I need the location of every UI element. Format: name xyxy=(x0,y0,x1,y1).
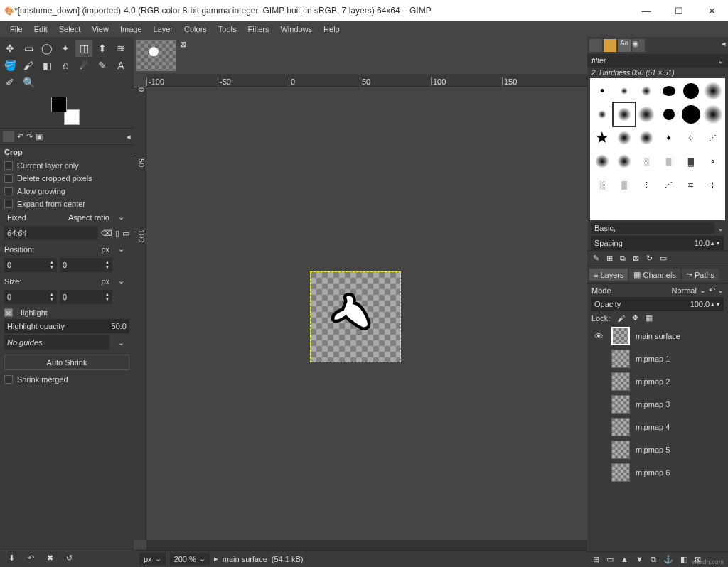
undo-tab-icon[interactable]: ↶ xyxy=(17,132,23,141)
chevron-down-icon[interactable]: ⌄ xyxy=(700,286,706,295)
reset-icon[interactable]: ↺ xyxy=(66,554,73,563)
dock-menu-icon[interactable]: ◂ xyxy=(127,132,131,141)
text-tool-icon[interactable]: A xyxy=(112,57,129,74)
highlight-checkbox[interactable]: ✕ xyxy=(4,308,13,317)
zoom-tool-icon[interactable]: 🔍 xyxy=(20,74,37,91)
brush-item[interactable]: ▒ xyxy=(658,150,679,173)
shrink-merged-checkbox[interactable] xyxy=(4,375,13,384)
image-tab-thumbnail[interactable] xyxy=(136,40,176,71)
brush-filter-input[interactable]: filter⌄ xyxy=(587,54,728,68)
size-w-input[interactable]: 0▲▼ xyxy=(4,290,57,304)
delete-preset-icon[interactable]: ✖ xyxy=(47,554,53,563)
smudge-tool-icon[interactable]: ☄ xyxy=(75,57,92,74)
spacing-slider[interactable]: Spacing10.0 ▲▼ xyxy=(592,236,724,250)
crop-tool-icon[interactable]: ◫ xyxy=(75,40,92,57)
menu-help[interactable]: Help xyxy=(318,25,346,33)
layer-row[interactable]: mipmap 1 xyxy=(587,347,728,370)
brush-item[interactable]: ░ xyxy=(636,150,657,173)
tab-layers[interactable]: ≡ Layers xyxy=(589,269,628,281)
position-unit[interactable]: px xyxy=(101,245,109,254)
mode-reset-icon[interactable]: ↶ ⌄ xyxy=(709,286,724,295)
new-layer-icon[interactable]: ⊞ xyxy=(593,555,599,564)
brush-item[interactable] xyxy=(636,126,657,149)
brush-item[interactable]: ░ xyxy=(592,173,613,196)
menu-layer[interactable]: Layer xyxy=(148,25,179,33)
minimize-button[interactable]: — xyxy=(630,0,663,21)
image-content[interactable] xyxy=(310,271,401,362)
brush-item[interactable] xyxy=(636,103,657,126)
brush-item[interactable]: ≋ xyxy=(680,173,702,196)
canvas[interactable] xyxy=(146,87,587,540)
menu-edit[interactable]: Edit xyxy=(28,25,53,33)
layer-name[interactable]: mipmap 4 xyxy=(636,423,670,431)
expand-center-checkbox[interactable] xyxy=(4,200,13,208)
opacity-slider[interactable]: Opacity100.0 ▲▼ xyxy=(592,297,724,311)
horizontal-scrollbar[interactable] xyxy=(146,540,587,550)
ratio-input[interactable]: 64:64 xyxy=(4,226,98,240)
brush-item[interactable]: ⚬ xyxy=(702,150,724,173)
menu-select[interactable]: Select xyxy=(53,25,87,33)
rect-select-tool-icon[interactable]: ▭ xyxy=(20,40,37,57)
highlight-opacity-slider[interactable]: Highlight opacity50.0 xyxy=(4,319,129,333)
chevron-down-icon[interactable]: ⌄ xyxy=(112,276,129,286)
raise-layer-icon[interactable]: ▲ xyxy=(621,555,628,564)
current-layer-checkbox[interactable] xyxy=(4,161,13,170)
aspect-dropdown[interactable]: Aspect ratio xyxy=(68,213,109,222)
menu-view[interactable]: View xyxy=(86,25,114,33)
brush-item[interactable] xyxy=(658,103,679,126)
layer-group-icon[interactable]: ▭ xyxy=(606,555,614,564)
horizontal-ruler[interactable]: -100-50050100150 xyxy=(146,74,587,87)
brush-item[interactable] xyxy=(702,103,724,126)
brush-item[interactable] xyxy=(614,80,635,102)
chevron-down-icon[interactable]: ⌄ xyxy=(717,224,724,233)
menu-colors[interactable]: Colors xyxy=(178,25,213,33)
brush-item[interactable] xyxy=(680,80,702,102)
fuzzy-select-tool-icon[interactable]: ✦ xyxy=(57,40,74,57)
clear-icon[interactable]: ⌫ xyxy=(101,229,112,238)
lock-pixels-icon[interactable]: 🖌 xyxy=(617,314,625,323)
menu-file[interactable]: File xyxy=(4,25,28,33)
chevron-down-icon[interactable]: ⌄ xyxy=(112,338,129,347)
chevron-down-icon[interactable]: ⌄ xyxy=(112,212,129,222)
brush-item[interactable]: ⊹ xyxy=(702,173,724,196)
layer-name[interactable]: mipmap 5 xyxy=(636,446,670,454)
lower-layer-icon[interactable]: ▼ xyxy=(636,555,643,564)
fonts-tab-icon[interactable]: Aa xyxy=(618,39,631,52)
size-unit[interactable]: px xyxy=(101,277,109,286)
nav-icon[interactable]: ▸ xyxy=(214,554,218,563)
brush-item[interactable]: ⋮ xyxy=(636,173,657,196)
lock-position-icon[interactable]: ✥ xyxy=(632,313,638,323)
brush-item[interactable] xyxy=(702,80,724,102)
landscape-icon[interactable]: ▭ xyxy=(122,229,129,238)
images-tab-icon[interactable]: ▣ xyxy=(36,132,43,141)
layer-name[interactable]: mipmap 3 xyxy=(636,400,670,409)
layer-row[interactable]: mipmap 4 xyxy=(587,416,728,438)
layer-row[interactable]: mipmap 2 xyxy=(587,370,728,393)
brush-item[interactable]: ✦ xyxy=(658,126,679,149)
restore-preset-icon[interactable]: ↶ xyxy=(28,554,34,563)
tab-paths[interactable]: ⤳ Paths xyxy=(682,269,719,281)
patterns-tab-icon[interactable] xyxy=(604,39,616,52)
pos-y-input[interactable]: 0▲▼ xyxy=(60,258,112,272)
redo-tab-icon[interactable]: ↷ xyxy=(26,132,33,141)
duplicate-layer-icon[interactable]: ⧉ xyxy=(651,555,656,564)
brush-tool-icon[interactable]: 🖌 xyxy=(20,57,37,74)
auto-shrink-button[interactable]: Auto Shrink xyxy=(4,355,129,370)
brushes-tab-icon[interactable] xyxy=(589,39,602,52)
layer-row[interactable]: mipmap 3 xyxy=(587,393,728,416)
menu-windows[interactable]: Windows xyxy=(274,25,318,33)
guides-dropdown[interactable]: No guides xyxy=(4,335,109,350)
tool-options-tab-icon[interactable] xyxy=(3,131,14,142)
mode-dropdown[interactable]: Normal xyxy=(671,286,696,295)
move-tool-icon[interactable]: ✥ xyxy=(1,40,18,57)
free-select-tool-icon[interactable]: ◯ xyxy=(38,40,55,57)
refresh-brush-icon[interactable]: ↻ xyxy=(646,254,653,263)
close-tab-icon[interactable]: ⊠ xyxy=(176,40,189,71)
brush-item[interactable] xyxy=(680,103,702,126)
fg-bg-color[interactable] xyxy=(51,97,80,125)
portrait-icon[interactable]: ▯ xyxy=(115,229,119,238)
brush-grid[interactable]: • ★ ✦ ⁘ ⋰ ░ ▒ ▓ ⚬ ░ ▒ ⋮ xyxy=(590,78,725,220)
merge-layer-icon[interactable]: ⚓ xyxy=(663,555,673,564)
open-brush-icon[interactable]: ▭ xyxy=(660,254,667,263)
visibility-icon[interactable]: 👁 xyxy=(592,331,606,342)
